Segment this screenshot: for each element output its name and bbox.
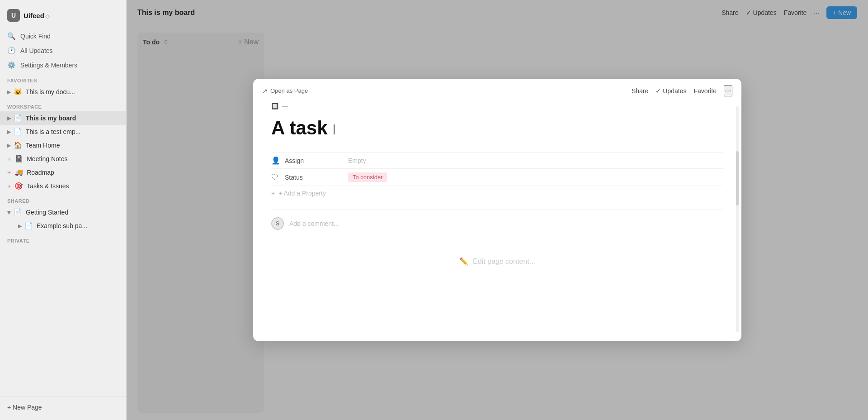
status-label: Status [285,174,348,181]
sidebar-item-settings[interactable]: ⚙️ Settings & Members [0,58,126,72]
modal-content: 🔲 — A task 👤 Assign Empty 🛡 [253,103,741,341]
status-badge[interactable]: To consider [348,172,387,182]
sidebar-item-example-sub[interactable]: ▶ 📄 Example sub pa... [0,219,126,233]
board-emoji: 📄 [14,114,22,122]
team-home-emoji: 🏠 [14,141,22,149]
gear-icon: ⚙️ [7,61,16,69]
search-icon: 🔍 [7,32,16,40]
sidebar-item-fav-doc[interactable]: ▶ 🐱 This is my docu... [0,85,126,99]
sidebar-item-team-home[interactable]: ▶ 🏠 Team Home [0,138,126,152]
favorites-section-label: FAVORITES [0,72,126,85]
getting-started-emoji: 📄 [14,208,22,216]
sidebar-item-test-emp[interactable]: ▶ 📄 This is a test emp... [0,125,126,138]
modal-properties: 👤 Assign Empty 🛡 Status To consider + + … [271,152,723,200]
modal-share-button[interactable]: Share [632,87,648,95]
text-cursor [334,124,335,134]
modal-more-button[interactable]: ··· [724,85,732,96]
task-title[interactable]: A task [271,117,723,139]
assign-value[interactable]: Empty [348,157,366,164]
plus-icon: + [7,182,11,190]
test-emp-emoji: 📄 [14,128,22,136]
task-modal: ↗ Open as Page Share ✓ Updates Favorite … [253,79,741,341]
tasks-issues-emoji: 🎯 [14,182,23,190]
sidebar-item-getting-started[interactable]: ▶ 📄 Getting Started [0,205,126,219]
main-area: This is my board Share ✓ Updates Favorit… [127,0,868,420]
assign-property-row: 👤 Assign Empty [271,152,723,168]
fav-doc-emoji: 🐱 [14,88,22,96]
assign-icon: 👤 [271,156,280,165]
edit-page-content-button[interactable]: ✏️ Edit page content... [271,257,723,266]
check-icon: ✓ [656,87,661,95]
sidebar-item-tasks-issues[interactable]: + 🎯 Tasks & Issues [0,179,126,193]
plus-icon: + [271,190,275,197]
shared-section-label: SHARED [0,193,126,205]
modal-breadcrumb: 🔲 — [271,103,723,110]
sidebar-item-my-board[interactable]: ▶ 📄 This is my board [0,111,126,125]
chevron-right-icon: ▶ [18,223,22,229]
modal-scrollbar-thumb[interactable] [736,151,739,205]
add-property-button[interactable]: + + Add a Property [271,186,723,200]
comment-input-row: S Add a comment... [271,217,723,230]
roadmap-emoji: 🚚 [14,168,23,177]
workspace-section-label: WORKSPACE [0,99,126,111]
clock-icon: 🕐 [7,47,16,55]
chevron-right-icon: ▶ [7,143,11,148]
app-name[interactable]: Uifeed◇ [24,12,50,19]
breadcrumb-separator: — [282,103,288,110]
sidebar-item-roadmap[interactable]: + 🚚 Roadmap [0,166,126,179]
chevron-right-icon: ▶ [7,115,11,121]
modal-actions: Share ✓ Updates Favorite ··· [632,85,732,96]
sidebar-item-quick-find[interactable]: 🔍 Quick Find [0,29,126,43]
assign-label: Assign [285,157,348,164]
sidebar: U Uifeed◇ 🔍 Quick Find 🕐 All Updates ⚙️ … [0,0,127,420]
sidebar-item-meeting-notes[interactable]: + 📓 Meeting Notes [0,152,126,166]
chevron-down-icon: ▶ [6,210,12,214]
status-property-row: 🛡 Status To consider [271,168,723,186]
private-section-label: PRIVATE [0,233,126,245]
sidebar-header: U Uifeed◇ [0,5,126,25]
comment-placeholder[interactable]: Add a comment... [289,220,339,227]
status-icon: 🛡 [271,173,280,181]
modal-updates-button[interactable]: ✓ Updates [656,87,686,95]
modal-overlay[interactable]: ↗ Open as Page Share ✓ Updates Favorite … [127,0,868,420]
new-page-button[interactable]: + New Page [0,400,126,415]
modal-favorite-button[interactable]: Favorite [693,87,717,95]
pencil-icon: ✏️ [459,257,468,266]
meeting-notes-emoji: 📓 [14,155,23,163]
sidebar-bottom: + New Page [0,396,126,415]
chevron-right-icon: ▶ [7,129,11,135]
sidebar-item-all-updates[interactable]: 🕐 All Updates [0,43,126,58]
comment-avatar: S [271,217,284,230]
modal-topbar: ↗ Open as Page Share ✓ Updates Favorite … [253,79,741,103]
open-as-page-button[interactable]: ↗ Open as Page [262,87,308,95]
app-icon: U [7,9,20,22]
external-link-icon: ↗ [262,87,268,95]
example-sub-emoji: 📄 [24,222,33,230]
chevron-right-icon: ▶ [7,89,11,95]
breadcrumb-icon: 🔲 [271,103,278,110]
plus-icon: + [7,169,11,176]
modal-scrollbar[interactable] [736,106,739,332]
modal-comments: S Add a comment... [271,210,723,230]
plus-icon: + [7,155,11,162]
